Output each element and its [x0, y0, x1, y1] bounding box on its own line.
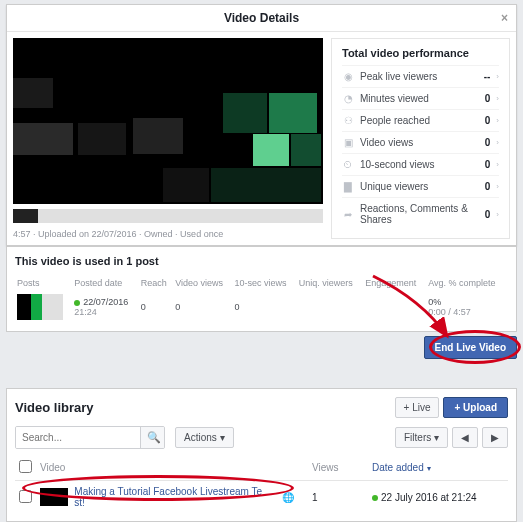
used-col: Video views: [173, 275, 232, 291]
used-col: 10-sec views: [233, 275, 297, 291]
live-dot-icon: [372, 495, 378, 501]
pager-next[interactable]: ▶: [482, 427, 508, 448]
used-col: Posted date: [72, 275, 138, 291]
library-heading: Video library: [15, 400, 391, 415]
search-input[interactable]: [16, 427, 140, 448]
chevron-right-icon: ›: [496, 138, 499, 147]
row-thumbnail: [40, 488, 68, 506]
eng-value: [363, 291, 426, 323]
chevron-right-icon: ›: [496, 72, 499, 81]
posted-date: 22/07/2016: [83, 297, 128, 307]
chevron-right-icon: ›: [496, 94, 499, 103]
perf-label: Video views: [360, 137, 479, 148]
perf-row[interactable]: ▇Unique viewers0›: [342, 175, 499, 197]
video-meta: 4:57 · Uploaded on 22/07/2016 · Owned · …: [13, 229, 323, 239]
modal-title: Video Details: [224, 11, 299, 25]
perf-row[interactable]: ▣Video views0›: [342, 131, 499, 153]
tensec-value: 0: [233, 291, 297, 323]
perf-icon: ⏲: [342, 159, 354, 170]
chevron-right-icon: ›: [496, 160, 499, 169]
perf-row[interactable]: ➦Reactions, Comments & Shares0›: [342, 197, 499, 230]
avg-sub: 0:00 / 4:57: [428, 307, 471, 317]
chevron-right-icon: ›: [496, 116, 499, 125]
post-row[interactable]: 22/07/201621:24 0 0 0 0%0:00 / 4:57: [15, 291, 508, 323]
perf-icon: ➦: [342, 209, 354, 220]
perf-row[interactable]: ◉Peak live viewers--›: [342, 65, 499, 87]
sort-caret-icon: ▾: [427, 464, 431, 473]
perf-label: Reactions, Comments & Shares: [360, 203, 479, 225]
filters-dropdown[interactable]: Filters ▾: [395, 427, 448, 448]
perf-label: Unique viewers: [360, 181, 479, 192]
used-col: Posts: [15, 275, 72, 291]
pager-prev[interactable]: ◀: [452, 427, 478, 448]
video-title-placeholder: [13, 209, 323, 223]
perf-value: 0: [485, 209, 491, 220]
row-views: 1: [308, 481, 368, 514]
video-row[interactable]: Making a Tutorial Facebook Livestream Te…: [15, 481, 508, 514]
end-live-video-button[interactable]: End Live Video: [424, 336, 518, 359]
views-value: 0: [173, 291, 232, 323]
search-icon[interactable]: 🔍: [140, 427, 165, 448]
perf-heading: Total video performance: [342, 47, 499, 59]
used-col: Engagement: [363, 275, 426, 291]
perf-value: 0: [485, 93, 491, 104]
perf-icon: ⚇: [342, 115, 354, 126]
used-col: Avg. % complete: [426, 275, 508, 291]
uniq-value: [297, 291, 363, 323]
perf-icon: ◔: [342, 93, 354, 104]
posted-time: 21:24: [74, 307, 97, 317]
chevron-right-icon: ›: [496, 182, 499, 191]
col-views[interactable]: Views: [308, 455, 368, 481]
upload-button[interactable]: + Upload: [443, 397, 508, 418]
perf-value: 0: [485, 137, 491, 148]
close-icon[interactable]: ×: [501, 11, 508, 25]
live-button[interactable]: + Live: [395, 397, 440, 418]
actions-dropdown[interactable]: Actions ▾: [175, 427, 234, 448]
perf-icon: ▇: [342, 181, 354, 192]
col-date[interactable]: Date added ▾: [368, 455, 508, 481]
perf-row[interactable]: ⏲10-second views0›: [342, 153, 499, 175]
perf-value: 0: [485, 181, 491, 192]
live-dot-icon: [74, 300, 80, 306]
select-all-checkbox[interactable]: [19, 460, 32, 473]
used-col: Uniq. viewers: [297, 275, 363, 291]
perf-value: 0: [485, 159, 491, 170]
perf-icon: ▣: [342, 137, 354, 148]
perf-label: People reached: [360, 115, 479, 126]
used-col: Reach: [139, 275, 173, 291]
perf-icon: ◉: [342, 71, 354, 82]
row-checkbox[interactable]: [19, 490, 32, 503]
video-thumbnail[interactable]: [13, 38, 323, 204]
post-thumbnail: [17, 294, 63, 320]
perf-label: Peak live viewers: [360, 71, 478, 82]
video-title-link[interactable]: Making a Tutorial Facebook Livestream Te…: [74, 486, 264, 508]
chevron-right-icon: ›: [496, 210, 499, 219]
perf-value: --: [484, 71, 491, 82]
perf-value: 0: [485, 115, 491, 126]
used-in-heading: This video is used in 1 post: [15, 255, 508, 267]
perf-label: 10-second views: [360, 159, 479, 170]
perf-label: Minutes viewed: [360, 93, 479, 104]
globe-icon: 🌐: [268, 481, 308, 514]
avg-value: 0%: [428, 297, 441, 307]
perf-row[interactable]: ◔Minutes viewed0›: [342, 87, 499, 109]
row-date: 22 July 2016 at 21:24: [381, 492, 477, 503]
search-input-wrap: 🔍: [15, 426, 165, 449]
perf-row[interactable]: ⚇People reached0›: [342, 109, 499, 131]
col-video[interactable]: Video: [36, 455, 268, 481]
reach-value: 0: [139, 291, 173, 323]
